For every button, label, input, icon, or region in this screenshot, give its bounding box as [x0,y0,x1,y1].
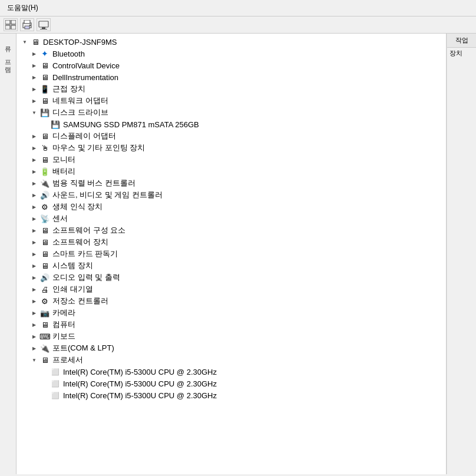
tree-row[interactable]: 🖥모니터 [16,154,446,166]
tree-item-icon: 🖥 [39,95,51,106]
tree-row[interactable]: 🔌범용 직렬 버스 컨트롤러 [16,177,446,189]
right-sidebar-label2: 장치 [447,48,476,59]
tree-expander[interactable] [29,61,39,70]
svg-rect-2 [5,25,10,29]
tree-row[interactable]: 🔊사운드, 비디오 및 게임 컨트롤러 [16,189,446,201]
tree-row[interactable]: 📷카메라 [16,307,446,319]
tree-expander[interactable] [29,108,39,117]
tree-row[interactable]: 🖨인쇄 대기열 [16,283,446,295]
tree-expander[interactable] [29,308,39,318]
tree-expander[interactable] [29,226,39,235]
tree-item-icon: 🖥 [39,72,51,82]
tree-expander[interactable] [29,237,39,247]
tree-row[interactable]: ⚙저장소 컨트롤러 [16,295,446,307]
tree-row[interactable]: ⬜Intel(R) Core(TM) i5-5300U CPU @ 2.30GH… [16,378,446,389]
right-sidebar: 작업 장치 [447,34,476,474]
tree-expander[interactable] [29,261,39,270]
tree-item-label: 컴퓨터 [52,319,75,330]
tree-row[interactable]: 🖥DellInstrumentation [16,71,446,83]
tree-item-icon: 💾 [49,119,61,130]
tree-expander[interactable] [29,84,39,94]
tree-row[interactable]: 🖥소프트웨어 장치 [16,236,446,248]
tree-row[interactable]: ⬜Intel(R) Core(TM) i5-5300U CPU @ 2.30GH… [16,389,446,401]
left-label-1: 류 [2,39,14,51]
tree-item-icon: 🖥 [39,249,51,259]
tree-expander[interactable] [29,249,39,259]
svg-rect-7 [25,26,29,29]
svg-rect-10 [40,29,47,29]
tree-panel[interactable]: 🖥DESKTOP-JSNF9MS✦Bluetooth🖥ControlVault … [16,34,447,474]
tree-expander[interactable] [29,273,39,282]
tree-row[interactable]: 📡센서 [16,213,446,224]
tree-item-icon: 🔋 [39,166,51,177]
tree-row[interactable]: 🖥디스플레이 어댑터 [16,130,446,142]
tree-item-label: 프로세서 [52,355,83,365]
tree-row[interactable]: 🖥스마트 카드 판독기 [16,248,446,260]
tree-expander[interactable] [29,143,39,153]
tree-expander[interactable] [29,296,39,306]
tree-expander[interactable] [29,343,39,353]
tree-item-label: 카메라 [52,308,75,318]
tree-row[interactable]: 💾디스크 드라이브 [16,107,446,118]
tree-item-icon: 🖥 [39,225,51,236]
tree-item-label: ControlVault Device [52,61,120,70]
tree-item-icon: ⬜ [49,390,61,401]
tree-expander[interactable] [29,96,39,105]
tree-expander[interactable] [29,49,39,58]
tree-row[interactable]: 🔌포트(COM & LPT) [16,342,446,354]
tree-row[interactable]: 🖥컴퓨터 [16,319,446,330]
tree-expander[interactable] [29,320,39,329]
tree-root-expander[interactable] [20,37,29,47]
tree-root-icon: 🖥 [29,37,41,47]
svg-rect-3 [11,25,16,29]
tree-item-label: 배터리 [52,166,75,177]
toolbar-button-3[interactable] [37,18,51,31]
right-sidebar-label1: 작업 [447,34,476,48]
tree-row[interactable]: 🖥소프트웨어 구성 요소 [16,224,446,236]
tree-expander[interactable] [29,214,39,223]
main-area: 류 프램 🖥DESKTOP-JSNF9MS✦Bluetooth🖥ControlV… [0,34,476,474]
tree-expander[interactable] [29,155,39,164]
tree-item-label: 모니터 [52,154,75,165]
menu-help[interactable]: 도움말(H) [5,2,41,14]
tree-row[interactable]: 💾SAMSUNG SSD PM871 mSATA 256GB [16,118,446,130]
tree-expander[interactable] [29,332,39,341]
svg-rect-0 [5,20,10,24]
tree-row[interactable]: 🖥프로세서 [16,354,446,366]
tree-row[interactable]: 📱근접 장치 [16,83,446,95]
tree-item-icon: 🔊 [39,190,51,200]
tree-row[interactable]: 🖥네트워크 어댑터 [16,95,446,107]
tree-item-label: 디스크 드라이브 [52,107,108,118]
tree-root-row[interactable]: 🖥DESKTOP-JSNF9MS [16,36,446,48]
tree-expander[interactable] [29,190,39,200]
left-label-2: 프램 [2,53,14,71]
tree-item-label: 키보드 [52,331,75,342]
tree-row[interactable]: ⬜Intel(R) Core(TM) i5-5300U CPU @ 2.30GH… [16,366,446,378]
tree-row[interactable]: ⚙생체 인식 장치 [16,201,446,213]
tree-expander[interactable] [29,202,39,211]
tree-item-label: 범용 직렬 버스 컨트롤러 [52,178,135,189]
tree-item-icon: ⬜ [49,366,61,377]
svg-rect-1 [11,20,16,24]
svg-rect-9 [42,27,45,29]
tree-item-icon: 📷 [39,308,51,318]
tree-expander[interactable] [29,167,39,176]
tree-row[interactable]: 🔊오디오 입력 및 출력 [16,272,446,283]
tree-item-label: 스마트 카드 판독기 [52,249,118,259]
tree-expander[interactable] [29,131,39,141]
svg-rect-5 [24,20,30,24]
tree-item-icon: 🖥 [39,319,51,330]
tree-row[interactable]: ✦Bluetooth [16,48,446,60]
tree-expander[interactable] [29,355,39,365]
toolbar-button-2[interactable] [20,18,34,31]
tree-row[interactable]: ⌨키보드 [16,330,446,342]
tree-row[interactable]: 🖥ControlVault Device [16,60,446,71]
tree-item-label: 소프트웨어 장치 [52,237,108,247]
tree-row[interactable]: 🔋배터리 [16,166,446,177]
tree-expander[interactable] [29,178,39,188]
tree-row[interactable]: 🖱마우스 및 기타 포인팅 장치 [16,142,446,154]
tree-row[interactable]: 🖥시스템 장치 [16,260,446,272]
toolbar-button-1[interactable] [4,18,18,31]
tree-expander[interactable] [29,72,39,82]
tree-expander[interactable] [29,285,39,294]
